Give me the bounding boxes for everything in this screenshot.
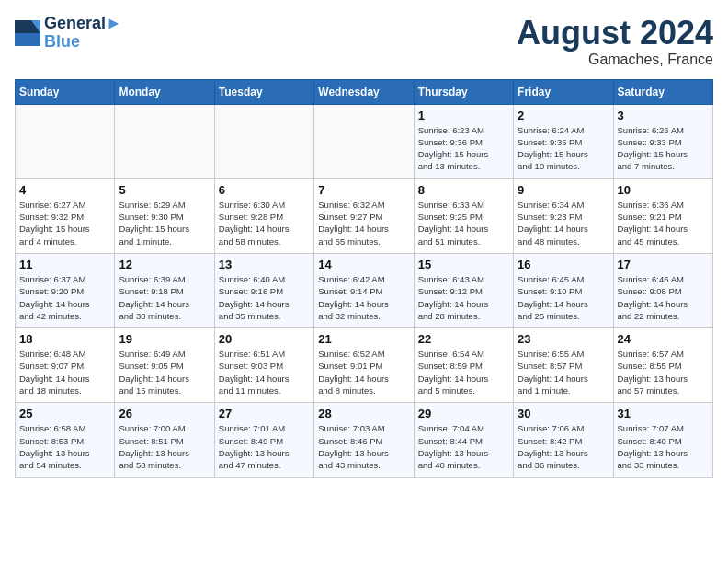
logo-text: General► Blue bbox=[44, 15, 122, 52]
calendar-cell: 29Sunrise: 7:04 AMSunset: 8:44 PMDayligh… bbox=[414, 403, 513, 477]
calendar-cell: 20Sunrise: 6:51 AMSunset: 9:03 PMDayligh… bbox=[214, 328, 313, 403]
day-info: Sunrise: 6:23 AMSunset: 9:36 PMDaylight:… bbox=[418, 124, 509, 173]
calendar-cell bbox=[16, 104, 115, 178]
day-info: Sunrise: 6:33 AMSunset: 9:25 PMDaylight:… bbox=[418, 199, 509, 247]
dow-header-thursday: Thursday bbox=[414, 79, 513, 104]
dow-header-saturday: Saturday bbox=[613, 79, 712, 104]
calendar-cell: 3Sunrise: 6:26 AMSunset: 9:33 PMDaylight… bbox=[613, 104, 712, 178]
day-info: Sunrise: 7:01 AMSunset: 8:49 PMDaylight:… bbox=[219, 422, 310, 471]
calendar-cell: 2Sunrise: 6:24 AMSunset: 9:35 PMDaylight… bbox=[514, 104, 613, 178]
day-info: Sunrise: 6:54 AMSunset: 8:59 PMDaylight:… bbox=[418, 348, 509, 396]
day-number: 11 bbox=[19, 258, 110, 271]
day-number: 30 bbox=[518, 407, 609, 420]
day-number: 18 bbox=[19, 332, 110, 346]
day-info: Sunrise: 6:58 AMSunset: 8:53 PMDaylight:… bbox=[19, 422, 110, 471]
day-info: Sunrise: 6:40 AMSunset: 9:16 PMDaylight:… bbox=[219, 273, 310, 322]
day-info: Sunrise: 7:03 AMSunset: 8:46 PMDaylight:… bbox=[318, 422, 409, 471]
calendar-cell: 6Sunrise: 6:30 AMSunset: 9:28 PMDaylight… bbox=[214, 178, 313, 253]
day-info: Sunrise: 6:36 AMSunset: 9:21 PMDaylight:… bbox=[618, 199, 709, 247]
calendar-week-row: 18Sunrise: 6:48 AMSunset: 9:07 PMDayligh… bbox=[16, 328, 713, 403]
calendar-cell: 1Sunrise: 6:23 AMSunset: 9:36 PMDaylight… bbox=[414, 104, 513, 178]
day-number: 13 bbox=[219, 258, 310, 271]
svg-rect-1 bbox=[15, 33, 40, 46]
calendar-cell: 17Sunrise: 6:46 AMSunset: 9:08 PMDayligh… bbox=[613, 253, 712, 327]
month-year-title: August 2024 bbox=[517, 15, 713, 52]
day-number: 4 bbox=[19, 183, 110, 197]
day-info: Sunrise: 6:24 AMSunset: 9:35 PMDaylight:… bbox=[518, 124, 609, 173]
day-number: 22 bbox=[418, 332, 509, 346]
day-info: Sunrise: 6:52 AMSunset: 9:01 PMDaylight:… bbox=[318, 348, 409, 396]
day-number: 2 bbox=[518, 109, 609, 122]
calendar-cell: 18Sunrise: 6:48 AMSunset: 9:07 PMDayligh… bbox=[16, 328, 115, 403]
day-info: Sunrise: 6:27 AMSunset: 9:32 PMDaylight:… bbox=[19, 199, 110, 247]
day-number: 29 bbox=[418, 407, 509, 420]
calendar-cell bbox=[115, 104, 214, 178]
day-number: 15 bbox=[418, 258, 509, 271]
day-of-week-header-row: SundayMondayTuesdayWednesdayThursdayFrid… bbox=[16, 79, 713, 104]
day-number: 3 bbox=[618, 109, 709, 122]
day-number: 24 bbox=[618, 332, 709, 346]
day-info: Sunrise: 6:34 AMSunset: 9:23 PMDaylight:… bbox=[518, 199, 609, 247]
day-number: 9 bbox=[518, 183, 609, 197]
day-info: Sunrise: 6:30 AMSunset: 9:28 PMDaylight:… bbox=[219, 199, 310, 247]
day-number: 1 bbox=[418, 109, 509, 122]
calendar-cell: 12Sunrise: 6:39 AMSunset: 9:18 PMDayligh… bbox=[115, 253, 214, 327]
calendar-cell: 21Sunrise: 6:52 AMSunset: 9:01 PMDayligh… bbox=[314, 328, 414, 403]
day-number: 17 bbox=[618, 258, 709, 271]
day-number: 5 bbox=[119, 183, 210, 197]
day-number: 21 bbox=[318, 332, 409, 346]
dow-header-sunday: Sunday bbox=[16, 79, 115, 104]
day-number: 25 bbox=[19, 407, 110, 420]
logo: General► Blue bbox=[15, 15, 122, 52]
dow-header-tuesday: Tuesday bbox=[214, 79, 313, 104]
day-info: Sunrise: 6:26 AMSunset: 9:33 PMDaylight:… bbox=[618, 124, 709, 173]
calendar-cell: 28Sunrise: 7:03 AMSunset: 8:46 PMDayligh… bbox=[314, 403, 414, 477]
calendar-body: 1Sunrise: 6:23 AMSunset: 9:36 PMDaylight… bbox=[16, 104, 713, 477]
day-info: Sunrise: 6:49 AMSunset: 9:05 PMDaylight:… bbox=[119, 348, 210, 396]
day-number: 31 bbox=[618, 407, 709, 420]
calendar-week-row: 4Sunrise: 6:27 AMSunset: 9:32 PMDaylight… bbox=[16, 178, 713, 253]
calendar-cell: 24Sunrise: 6:57 AMSunset: 8:55 PMDayligh… bbox=[613, 328, 712, 403]
calendar-cell: 11Sunrise: 6:37 AMSunset: 9:20 PMDayligh… bbox=[16, 253, 115, 327]
day-number: 7 bbox=[318, 183, 409, 197]
day-info: Sunrise: 6:57 AMSunset: 8:55 PMDaylight:… bbox=[618, 348, 709, 396]
calendar-cell bbox=[314, 104, 414, 178]
calendar-week-row: 1Sunrise: 6:23 AMSunset: 9:36 PMDaylight… bbox=[16, 104, 713, 178]
calendar-cell: 14Sunrise: 6:42 AMSunset: 9:14 PMDayligh… bbox=[314, 253, 414, 327]
day-number: 10 bbox=[618, 183, 709, 197]
dow-header-monday: Monday bbox=[115, 79, 214, 104]
calendar-cell: 19Sunrise: 6:49 AMSunset: 9:05 PMDayligh… bbox=[115, 328, 214, 403]
day-info: Sunrise: 6:55 AMSunset: 8:57 PMDaylight:… bbox=[518, 348, 609, 396]
logo-icon bbox=[15, 20, 40, 46]
title-block: August 2024 Gamaches, France bbox=[517, 15, 713, 68]
location-subtitle: Gamaches, France bbox=[517, 52, 713, 68]
day-number: 6 bbox=[219, 183, 310, 197]
day-info: Sunrise: 6:45 AMSunset: 9:10 PMDaylight:… bbox=[518, 273, 609, 322]
day-info: Sunrise: 6:37 AMSunset: 9:20 PMDaylight:… bbox=[19, 273, 110, 322]
day-number: 28 bbox=[318, 407, 409, 420]
calendar-cell: 27Sunrise: 7:01 AMSunset: 8:49 PMDayligh… bbox=[214, 403, 313, 477]
dow-header-wednesday: Wednesday bbox=[314, 79, 414, 104]
day-number: 14 bbox=[318, 258, 409, 271]
day-info: Sunrise: 6:46 AMSunset: 9:08 PMDaylight:… bbox=[618, 273, 709, 322]
calendar-cell: 4Sunrise: 6:27 AMSunset: 9:32 PMDaylight… bbox=[16, 178, 115, 253]
calendar-cell: 8Sunrise: 6:33 AMSunset: 9:25 PMDaylight… bbox=[414, 178, 513, 253]
calendar-table: SundayMondayTuesdayWednesdayThursdayFrid… bbox=[15, 79, 713, 478]
calendar-cell: 23Sunrise: 6:55 AMSunset: 8:57 PMDayligh… bbox=[514, 328, 613, 403]
calendar-cell: 25Sunrise: 6:58 AMSunset: 8:53 PMDayligh… bbox=[16, 403, 115, 477]
day-number: 12 bbox=[119, 258, 210, 271]
calendar-week-row: 11Sunrise: 6:37 AMSunset: 9:20 PMDayligh… bbox=[16, 253, 713, 327]
day-number: 26 bbox=[119, 407, 210, 420]
calendar-cell: 9Sunrise: 6:34 AMSunset: 9:23 PMDaylight… bbox=[514, 178, 613, 253]
calendar-cell: 10Sunrise: 6:36 AMSunset: 9:21 PMDayligh… bbox=[613, 178, 712, 253]
day-info: Sunrise: 6:29 AMSunset: 9:30 PMDaylight:… bbox=[119, 199, 210, 247]
calendar-week-row: 25Sunrise: 6:58 AMSunset: 8:53 PMDayligh… bbox=[16, 403, 713, 477]
day-number: 8 bbox=[418, 183, 509, 197]
day-number: 27 bbox=[219, 407, 310, 420]
day-info: Sunrise: 6:51 AMSunset: 9:03 PMDaylight:… bbox=[219, 348, 310, 396]
day-info: Sunrise: 6:39 AMSunset: 9:18 PMDaylight:… bbox=[119, 273, 210, 322]
calendar-cell: 26Sunrise: 7:00 AMSunset: 8:51 PMDayligh… bbox=[115, 403, 214, 477]
day-info: Sunrise: 6:48 AMSunset: 9:07 PMDaylight:… bbox=[19, 348, 110, 396]
calendar-cell: 16Sunrise: 6:45 AMSunset: 9:10 PMDayligh… bbox=[514, 253, 613, 327]
day-info: Sunrise: 7:04 AMSunset: 8:44 PMDaylight:… bbox=[418, 422, 509, 471]
